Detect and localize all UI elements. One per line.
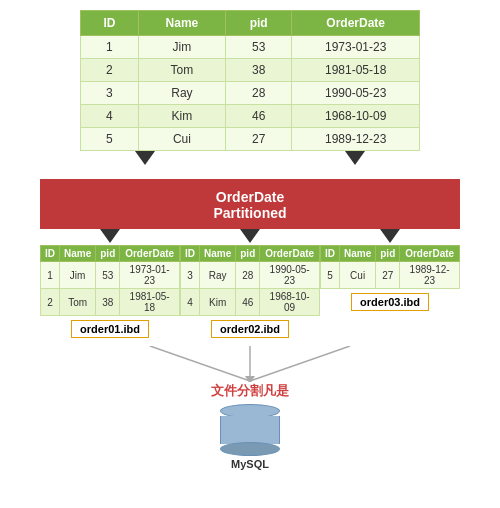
connector-area: 文件分割凡是 MySQL — [0, 346, 500, 470]
top-arrows — [40, 151, 460, 165]
small-table-header-cell: pid — [376, 246, 400, 262]
main-table-row: 1Jim531973-01-23 — [81, 36, 420, 59]
small-table-cell: 1989-12-23 — [400, 262, 460, 289]
small-table-cell: 4 — [181, 289, 200, 316]
small-table-header-cell: ID — [321, 246, 340, 262]
main-table-header: IDNamepidOrderDate — [81, 11, 420, 36]
small-tables-row: IDNamepidOrderDate1Jim531973-01-232Tom38… — [40, 245, 460, 338]
small-table-row: 1Jim531973-01-23 — [41, 262, 180, 289]
small-table-order01: IDNamepidOrderDate1Jim531973-01-232Tom38… — [40, 245, 180, 316]
main-table-cell: 53 — [225, 36, 291, 59]
small-table-cell: 38 — [96, 289, 120, 316]
file-label-order02: order02.ibd — [211, 320, 289, 338]
main-table-header-cell: OrderDate — [292, 11, 420, 36]
main-table-cell: 38 — [225, 59, 291, 82]
arrow-down-3 — [380, 229, 400, 243]
small-table-header-cell: Name — [200, 246, 236, 262]
main-table-cell: Kim — [138, 105, 225, 128]
banner-arrows — [40, 229, 460, 243]
small-table-row: 4Kim461968-10-09 — [181, 289, 320, 316]
main-table-cell: 4 — [81, 105, 139, 128]
small-table-header-cell: pid — [96, 246, 120, 262]
partition-label-line1: OrderDate — [40, 189, 460, 205]
main-table-cell: 1 — [81, 36, 139, 59]
top-section: IDNamepidOrderDate 1Jim531973-01-232Tom3… — [0, 0, 500, 151]
small-table-header-cell: ID — [181, 246, 200, 262]
main-table-cell: 3 — [81, 82, 139, 105]
arrow-down-right — [345, 151, 365, 165]
small-table-header-cell: ID — [41, 246, 60, 262]
small-table-cell: 1 — [41, 262, 60, 289]
small-table-cell: Kim — [200, 289, 236, 316]
small-table-cell: Jim — [60, 262, 96, 289]
small-table-header-cell: OrderDate — [260, 246, 320, 262]
main-table-header-cell: ID — [81, 11, 139, 36]
connector-svg — [100, 346, 400, 382]
mysql-label: MySQL — [231, 458, 269, 470]
small-table-header-cell: Name — [60, 246, 96, 262]
main-table: IDNamepidOrderDate 1Jim531973-01-232Tom3… — [80, 10, 420, 151]
small-table-header-cell: OrderDate — [120, 246, 180, 262]
main-table-cell: 27 — [225, 128, 291, 151]
small-table-cell: 1973-01-23 — [120, 262, 180, 289]
small-table-wrap-order03: IDNamepidOrderDate5Cui271989-12-23order0… — [320, 245, 460, 338]
file-label-order03: order03.ibd — [351, 293, 429, 311]
cylinder-bottom — [220, 442, 280, 456]
main-table-cell: 28 — [225, 82, 291, 105]
small-table-cell: 27 — [376, 262, 400, 289]
small-table-order03: IDNamepidOrderDate5Cui271989-12-23 — [320, 245, 460, 289]
partition-label-line2: Partitioned — [40, 205, 460, 221]
small-table-header-cell: pid — [236, 246, 260, 262]
small-table-cell: 46 — [236, 289, 260, 316]
arrow-down-1 — [100, 229, 120, 243]
main-table-cell: Jim — [138, 36, 225, 59]
small-table-cell: 1981-05-18 — [120, 289, 180, 316]
main-table-row: 3Ray281990-05-23 — [81, 82, 420, 105]
mysql-cylinder: MySQL — [220, 404, 280, 470]
main-table-cell: 1968-10-09 — [292, 105, 420, 128]
small-table-row: 2Tom381981-05-18 — [41, 289, 180, 316]
small-table-wrap-order01: IDNamepidOrderDate1Jim531973-01-232Tom38… — [40, 245, 180, 338]
cylinder-body — [220, 416, 280, 444]
partition-banner: OrderDate Partitioned — [40, 179, 460, 229]
main-table-cell: 46 — [225, 105, 291, 128]
small-table-cell: 53 — [96, 262, 120, 289]
main-table-cell: 5 — [81, 128, 139, 151]
small-table-cell: 1990-05-23 — [260, 262, 320, 289]
small-table-cell: 1968-10-09 — [260, 289, 320, 316]
small-table-cell: Ray — [200, 262, 236, 289]
arrow-down-left — [135, 151, 155, 165]
file-label-order01: order01.ibd — [71, 320, 149, 338]
main-table-body: 1Jim531973-01-232Tom381981-05-183Ray2819… — [81, 36, 420, 151]
main-table-header-cell: pid — [225, 11, 291, 36]
main-table-cell: Ray — [138, 82, 225, 105]
connector-label: 文件分割凡是 — [211, 382, 289, 400]
arrow-down-2 — [240, 229, 260, 243]
main-table-cell: Tom — [138, 59, 225, 82]
small-table-cell: Cui — [340, 262, 376, 289]
small-table-wrap-order02: IDNamepidOrderDate3Ray281990-05-234Kim46… — [180, 245, 320, 338]
main-table-row: 2Tom381981-05-18 — [81, 59, 420, 82]
small-table-cell: 5 — [321, 262, 340, 289]
small-table-cell: 2 — [41, 289, 60, 316]
main-table-cell: 1973-01-23 — [292, 36, 420, 59]
small-table-header-cell: Name — [340, 246, 376, 262]
main-table-cell: Cui — [138, 128, 225, 151]
main-table-cell: 1981-05-18 — [292, 59, 420, 82]
main-table-cell: 2 — [81, 59, 139, 82]
main-table-header-cell: Name — [138, 11, 225, 36]
small-table-order02: IDNamepidOrderDate3Ray281990-05-234Kim46… — [180, 245, 320, 316]
svg-line-2 — [250, 346, 350, 381]
main-table-row: 4Kim461968-10-09 — [81, 105, 420, 128]
small-table-row: 5Cui271989-12-23 — [321, 262, 460, 289]
svg-line-0 — [150, 346, 250, 381]
small-table-cell: 28 — [236, 262, 260, 289]
small-table-cell: 3 — [181, 262, 200, 289]
main-table-cell: 1990-05-23 — [292, 82, 420, 105]
main-table-cell: 1989-12-23 — [292, 128, 420, 151]
small-table-row: 3Ray281990-05-23 — [181, 262, 320, 289]
small-table-cell: Tom — [60, 289, 96, 316]
main-table-row: 5Cui271989-12-23 — [81, 128, 420, 151]
small-table-header-cell: OrderDate — [400, 246, 460, 262]
